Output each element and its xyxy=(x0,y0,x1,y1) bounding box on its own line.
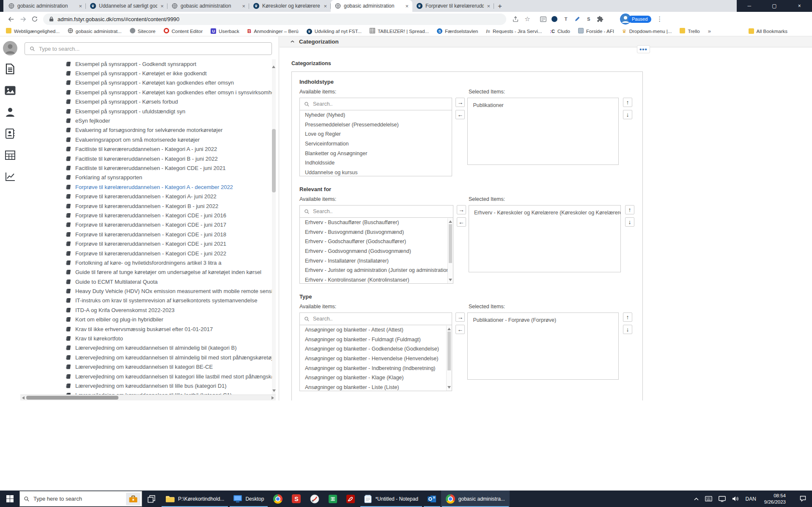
start-button[interactable] xyxy=(0,491,19,507)
available-option[interactable]: Ansøgninger og blanketter - Indberetning… xyxy=(300,363,452,373)
tree-item[interactable]: Facitliste til køreræreruddannelsen - Ka… xyxy=(20,154,274,163)
all-bookmarks-button[interactable]: All Bookmarks xyxy=(749,28,788,34)
tree-scrollbar-thumb[interactable] xyxy=(272,129,276,192)
users-icon[interactable] xyxy=(5,107,15,118)
tree-item[interactable]: Forprøve til køreræreruddannelsen - Kate… xyxy=(20,201,274,211)
available-option[interactable]: Ansøgninger og blanketter - Klage (Klage… xyxy=(300,373,452,383)
task-view-icon[interactable] xyxy=(142,491,161,507)
tree-vertical-scrollbar[interactable] xyxy=(272,59,276,395)
bookmark-item[interactable]: U Userback xyxy=(211,28,239,34)
tree-item[interactable]: Lærervejledning om køreuddannelsen til a… xyxy=(20,353,274,362)
taskbar-search-input[interactable]: Type here to search xyxy=(19,491,142,507)
tree-item[interactable]: Forprøve til køreræreruddannelsen - Kate… xyxy=(20,230,274,239)
tree-item[interactable]: Forprøve til køreræreruddannelsen - Kate… xyxy=(20,249,274,258)
bookmark-item[interactable]: Forside - AFI xyxy=(578,28,614,34)
action-center-icon[interactable] xyxy=(800,496,806,502)
tree-item[interactable]: Evalueringsrapport om små motoriserede k… xyxy=(20,135,274,144)
reload-icon[interactable] xyxy=(29,13,41,25)
tree-item[interactable]: ITD-A og Krifa Overenskomst 2022-2023 xyxy=(20,305,274,315)
tables-icon[interactable] xyxy=(5,150,15,161)
available-option[interactable]: Erhverv - Installatører (Installatører) xyxy=(300,256,453,266)
tree-item[interactable]: Lærervejledning om køreuddannelsen til k… xyxy=(20,362,274,372)
tree-item[interactable]: Forprøve til køreræreruddannelsen - Kate… xyxy=(20,192,274,201)
bookmark-item[interactable]: gobasic administrat... xyxy=(68,28,122,34)
bookmark-item[interactable]: ♛ Udvikling af nyt FST... xyxy=(307,28,362,34)
taskbar-app[interactable] xyxy=(423,491,441,507)
tree-item[interactable]: Facitliste til køreræreruddannelsen - Ka… xyxy=(20,163,274,173)
bookmark-item[interactable]: Webtilgængelighed... xyxy=(6,28,60,34)
available-option[interactable]: Erhverv - Buschauffører (Buschauffører) xyxy=(300,218,453,227)
move-right-button[interactable]: → xyxy=(455,312,465,322)
bookmarks-overflow-icon[interactable]: » xyxy=(708,28,711,34)
taskbar-app[interactable] xyxy=(305,491,324,507)
tab-close-icon[interactable]: × xyxy=(487,3,490,9)
new-tab-button[interactable]: + xyxy=(494,1,506,12)
contacts-icon[interactable] xyxy=(5,128,15,139)
move-left-button[interactable]: ← xyxy=(457,217,466,227)
clock[interactable]: 08:54 9/26/2023 xyxy=(764,493,786,505)
available-option[interactable]: Erhverv - Busvognmænd (Busvognmænd) xyxy=(300,227,453,237)
move-down-button[interactable]: ↓ xyxy=(623,325,632,334)
tree-item[interactable]: Krav til kørekortfoto xyxy=(20,334,274,343)
taskbar-app[interactable]: *Untitled - Notepad xyxy=(359,491,422,507)
extension-icon[interactable] xyxy=(551,15,558,23)
extension-icon[interactable] xyxy=(573,15,581,23)
tree-item[interactable]: Fortolkning af køre- og hviletidsforordn… xyxy=(20,258,274,267)
move-down-button[interactable]: ↓ xyxy=(625,217,634,227)
minimize-button[interactable]: ─ xyxy=(737,0,762,12)
tree-item[interactable]: Forklaring af synsrapporten xyxy=(20,173,274,182)
tree-item[interactable]: Eksempel på synsrapport - Køretøjet kan … xyxy=(20,88,274,97)
browser-tab[interactable]: gobasic administration × xyxy=(331,0,412,12)
tree-hscrollbar-thumb[interactable] xyxy=(26,396,118,400)
bookmark-star-icon[interactable]: ☆ xyxy=(521,13,533,25)
tree-search-input[interactable]: Type to search... xyxy=(25,42,272,55)
available-option[interactable]: Erhverv - Jurister og administration (Ju… xyxy=(300,266,453,275)
move-up-button[interactable]: ↑ xyxy=(623,98,632,107)
available-option[interactable]: Ansøgninger og blanketter - Henvendelse … xyxy=(300,354,452,364)
available-option[interactable]: Ansøgninger og blanketter - Attest (Atte… xyxy=(300,325,452,335)
touch-keyboard-icon[interactable] xyxy=(705,496,712,502)
available-option[interactable]: Nyheder (Nyhed) xyxy=(300,110,452,120)
extension-icon[interactable]: T xyxy=(562,15,570,23)
tree-item[interactable]: Lærervejledning om køreuddannelsen til a… xyxy=(20,343,274,353)
browser-tab[interactable]: ♛ Forprøver til kørelæreruddannel × xyxy=(412,0,494,12)
scroll-up-icon[interactable] xyxy=(272,59,275,68)
available-search-input[interactable]: Search.. xyxy=(300,313,452,325)
tab-close-icon[interactable]: × xyxy=(324,3,327,9)
back-icon[interactable] xyxy=(5,13,17,25)
scroll-left-icon[interactable] xyxy=(22,396,25,400)
taskbar-app[interactable] xyxy=(324,491,342,507)
user-avatar-icon[interactable] xyxy=(3,41,18,56)
taskbar-app[interactable]: gobasic administra... xyxy=(441,491,510,507)
available-option[interactable]: Pressemeddelelser (Pressemeddelelse) xyxy=(300,120,452,130)
browser-tab[interactable]: ♛ Uddannelse af særligt godkendt × xyxy=(86,0,167,12)
forward-icon[interactable] xyxy=(17,13,29,25)
browser-menu-icon[interactable]: ⋮ xyxy=(656,15,663,23)
more-options-button[interactable]: ••• xyxy=(637,45,650,53)
tree-item[interactable]: Guide to ECMT Multilateral Quota xyxy=(20,277,274,286)
tree-item[interactable]: IT-instruks om krav til systemrevision a… xyxy=(20,296,274,305)
analytics-icon[interactable] xyxy=(5,171,15,182)
browser-tab[interactable]: gobasic administration × xyxy=(167,0,249,12)
available-option[interactable]: Erhverv - Godschauffører (Godschauffører… xyxy=(300,237,453,247)
available-option[interactable]: Erhverv - Godsvognmænd (Godsvognmænd) xyxy=(300,247,453,256)
tree-item[interactable]: Forprøve til køreræreruddannelsen - Kate… xyxy=(20,211,274,220)
tree-item[interactable]: Guide til førere af tunge køretøjer om u… xyxy=(20,268,274,277)
categorization-header[interactable]: Categorization xyxy=(280,36,812,47)
bookmark-item[interactable]: S Færdselstavlen xyxy=(437,28,478,34)
move-right-button[interactable]: → xyxy=(455,98,465,107)
media-library-icon[interactable] xyxy=(5,85,16,96)
bookmark-item[interactable]: /≡ Requests - Jira Servi... xyxy=(486,28,542,34)
available-list-scrollbar[interactable] xyxy=(446,326,452,391)
sync-paused-badge[interactable]: Paused xyxy=(628,16,651,23)
taskbar-app[interactable] xyxy=(269,491,287,507)
tab-close-icon[interactable]: × xyxy=(242,3,245,9)
tree-item[interactable]: Eksempel på synsrapport - Køretøjet er i… xyxy=(20,69,274,78)
bookmark-item[interactable]: B Anmodninger – Berú xyxy=(247,28,299,34)
tab-close-icon[interactable]: × xyxy=(160,3,164,9)
bookmark-item[interactable]: ♛ Dropdown-menu |... xyxy=(622,28,672,34)
available-option[interactable]: Blanketter og Ansøgninger xyxy=(300,148,452,158)
selected-option[interactable]: Erhverv - Køreskoler og Kørelærere (Køre… xyxy=(469,208,620,218)
extensions-puzzle-icon[interactable] xyxy=(596,15,604,23)
available-option[interactable]: Serviceinformation xyxy=(300,139,452,149)
